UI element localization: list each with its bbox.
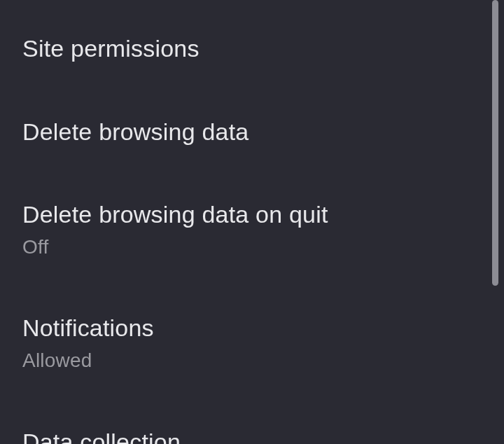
settings-item-title: Delete browsing data on quit xyxy=(22,200,490,230)
settings-item-delete-browsing-data[interactable]: Delete browsing data xyxy=(22,90,490,174)
settings-item-delete-browsing-data-on-quit[interactable]: Delete browsing data on quit Off xyxy=(22,173,490,286)
settings-item-subtitle: Allowed xyxy=(22,347,490,374)
settings-item-title: Notifications xyxy=(22,313,490,343)
settings-list: Site permissions Delete browsing data De… xyxy=(0,0,504,444)
settings-item-title: Data collection xyxy=(22,427,490,444)
settings-item-data-collection[interactable]: Data collection xyxy=(22,401,490,444)
settings-item-site-permissions[interactable]: Site permissions xyxy=(22,0,490,90)
settings-item-title: Delete browsing data xyxy=(22,117,490,147)
scrollbar-thumb[interactable] xyxy=(492,0,498,286)
settings-item-notifications[interactable]: Notifications Allowed xyxy=(22,286,490,400)
settings-item-title: Site permissions xyxy=(22,34,490,64)
settings-item-subtitle: Off xyxy=(22,234,490,261)
